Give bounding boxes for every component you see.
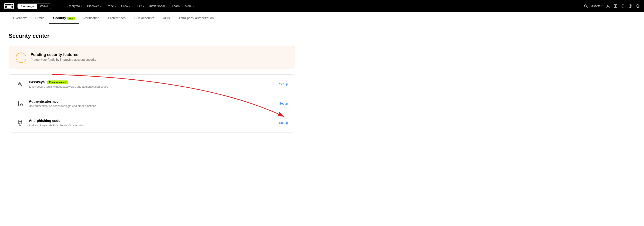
svg-rect-9 bbox=[5, 8, 7, 8]
tab-security[interactable]: SecurityNew bbox=[49, 12, 79, 24]
tab-preferences[interactable]: Preferences bbox=[104, 12, 130, 24]
top-nav: Exchange Wallet Buy crypto ▾ Discover ▾ … bbox=[0, 0, 644, 12]
svg-rect-10 bbox=[7, 8, 9, 8]
nav-label: Grow bbox=[121, 4, 128, 8]
notifications-button[interactable] bbox=[621, 4, 625, 8]
nav-label: Buy crypto bbox=[66, 4, 80, 8]
nav-label: Institutional bbox=[149, 4, 165, 8]
nav-label: Discover bbox=[87, 4, 99, 8]
tab-apis[interactable]: APIs bbox=[158, 12, 174, 24]
svg-rect-3 bbox=[9, 4, 11, 6]
authenticator-setup-link[interactable]: Set up bbox=[279, 102, 288, 105]
svg-rect-1 bbox=[5, 4, 7, 6]
search-button[interactable] bbox=[584, 4, 588, 8]
new-badge: New bbox=[67, 17, 75, 20]
svg-point-27 bbox=[19, 83, 20, 84]
warning-icon: ! bbox=[16, 52, 26, 63]
chevron-down-icon: ▾ bbox=[129, 5, 130, 7]
anti-phishing-info: Anti-phishing code Add a unique code to … bbox=[29, 119, 275, 127]
svg-rect-7 bbox=[9, 6, 11, 8]
svg-rect-5 bbox=[5, 6, 7, 8]
passkeys-description: Enjoy secure login without passwords and… bbox=[29, 85, 275, 88]
tab-verification[interactable]: Verification bbox=[79, 12, 104, 24]
assets-button[interactable]: Assets ▾ bbox=[591, 4, 603, 8]
nav-item-build[interactable]: Build ▾ bbox=[133, 3, 146, 9]
page-title: Security center bbox=[9, 32, 295, 39]
wallet-tab[interactable]: Wallet bbox=[37, 4, 51, 9]
language-button[interactable] bbox=[636, 4, 640, 8]
nav-label: Build bbox=[136, 4, 142, 8]
pending-card-title: Pending security features bbox=[30, 52, 96, 57]
chevron-down-icon: ▾ bbox=[143, 5, 144, 7]
pending-card-description: Protect your funds by improving account … bbox=[30, 58, 96, 62]
help-button[interactable]: ? bbox=[628, 4, 632, 8]
download-button[interactable] bbox=[614, 4, 618, 8]
anti-phishing-description: Add a unique code to authentic OKX email… bbox=[29, 124, 275, 127]
svg-rect-8 bbox=[12, 6, 13, 8]
exchange-tab[interactable]: Exchange bbox=[18, 4, 37, 9]
security-item-authenticator: Authenticator app Use authentication cod… bbox=[9, 94, 295, 113]
svg-line-24 bbox=[20, 84, 22, 86]
sub-nav: Overview Profile SecurityNew Verificatio… bbox=[0, 12, 644, 24]
authenticator-icon bbox=[16, 99, 24, 108]
svg-line-14 bbox=[586, 7, 587, 8]
authenticator-info: Authenticator app Use authentication cod… bbox=[29, 100, 275, 108]
recommended-badge: Recommended bbox=[47, 80, 68, 84]
tab-overview[interactable]: Overview bbox=[9, 12, 31, 24]
nav-label: More bbox=[185, 4, 192, 8]
passkeys-icon bbox=[16, 80, 24, 88]
nav-divider bbox=[59, 3, 59, 9]
security-items-wrapper: Passkeys Recommended Enjoy secure login … bbox=[9, 74, 295, 132]
svg-point-15 bbox=[608, 5, 609, 6]
nav-item-buy-crypto[interactable]: Buy crypto ▾ bbox=[63, 3, 84, 9]
chevron-down-icon: ▾ bbox=[81, 5, 82, 7]
nav-item-grow[interactable]: Grow ▾ bbox=[119, 3, 132, 9]
svg-rect-6 bbox=[7, 6, 9, 8]
passkeys-info: Passkeys Recommended Enjoy secure login … bbox=[29, 80, 275, 88]
chevron-down-icon: ▾ bbox=[115, 5, 116, 7]
svg-rect-4 bbox=[12, 4, 13, 6]
profile-button[interactable] bbox=[606, 4, 610, 8]
assets-label: Assets bbox=[591, 4, 600, 8]
anti-phishing-icon bbox=[16, 118, 24, 127]
authenticator-description: Use authentication codes for login and o… bbox=[29, 104, 275, 108]
exchange-wallet-toggle[interactable]: Exchange Wallet bbox=[17, 4, 51, 9]
nav-item-trade[interactable]: Trade ▾ bbox=[104, 3, 118, 9]
svg-rect-2 bbox=[7, 4, 9, 6]
authenticator-title: Authenticator app bbox=[29, 100, 275, 104]
security-item-anti-phishing: Anti-phishing code Add a unique code to … bbox=[9, 113, 295, 132]
nav-label: Learn bbox=[172, 4, 180, 8]
chevron-down-icon: ▾ bbox=[100, 5, 101, 7]
logo[interactable] bbox=[4, 3, 14, 9]
passkeys-setup-link[interactable]: Set up bbox=[279, 82, 288, 86]
tab-third-party-authorization[interactable]: Third-party authorization bbox=[174, 12, 218, 24]
nav-item-more[interactable]: More ▾ bbox=[183, 3, 196, 9]
chevron-down-icon: ▾ bbox=[601, 4, 603, 8]
nav-item-discover[interactable]: Discover ▾ bbox=[85, 3, 103, 9]
chevron-down-icon: ▾ bbox=[193, 5, 194, 7]
pending-card-text: Pending security features Protect your f… bbox=[30, 52, 96, 62]
tab-sub-accounts[interactable]: Sub-accounts bbox=[130, 12, 158, 24]
nav-item-learn[interactable]: Learn bbox=[170, 3, 182, 9]
main-content: Security center ! Pending security featu… bbox=[0, 24, 304, 141]
nav-label: Trade bbox=[106, 4, 114, 8]
security-list: Passkeys Recommended Enjoy secure login … bbox=[9, 74, 295, 132]
nav-item-institutional[interactable]: Institutional ▾ bbox=[147, 3, 169, 9]
pending-security-card: ! Pending security features Protect your… bbox=[9, 46, 295, 69]
nav-items: Buy crypto ▾ Discover ▾ Trade ▾ Grow ▾ B… bbox=[63, 3, 582, 9]
chevron-down-icon: ▾ bbox=[166, 5, 167, 7]
passkeys-title: Passkeys Recommended bbox=[29, 80, 275, 84]
svg-text:?: ? bbox=[630, 5, 631, 8]
anti-phishing-setup-link[interactable]: Set up bbox=[279, 121, 288, 124]
svg-rect-12 bbox=[12, 8, 13, 8]
anti-phishing-title: Anti-phishing code bbox=[29, 119, 275, 123]
security-item-passkeys: Passkeys Recommended Enjoy secure login … bbox=[9, 74, 295, 94]
nav-right: Assets ▾ ? bbox=[584, 4, 640, 8]
tab-profile[interactable]: Profile bbox=[31, 12, 49, 24]
svg-rect-11 bbox=[9, 8, 11, 8]
